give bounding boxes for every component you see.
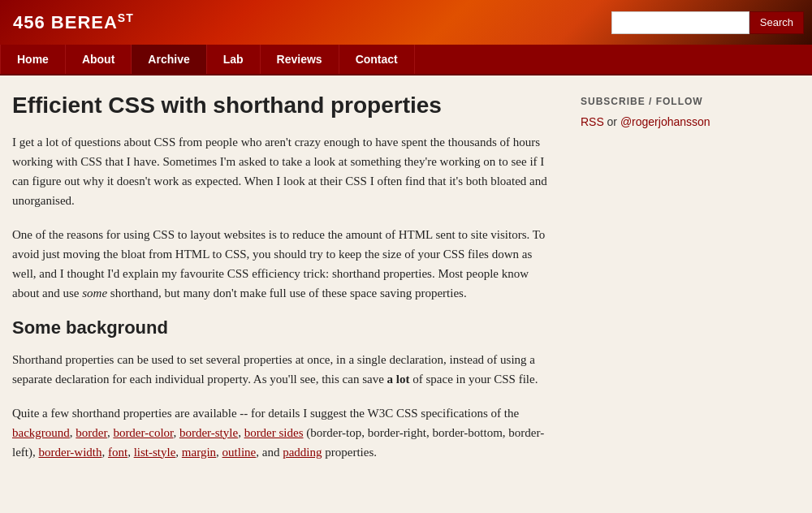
nav-item-contact[interactable]: Contact: [339, 45, 415, 74]
link-margin[interactable]: margin: [182, 446, 216, 459]
link-border-width[interactable]: border-width: [38, 446, 102, 459]
nav-item-home[interactable]: Home: [0, 45, 66, 74]
search-input[interactable]: [611, 11, 749, 34]
main-content: Efficient CSS with shorthand properties …: [12, 92, 556, 476]
nav-item-about[interactable]: About: [66, 45, 132, 74]
link-padding[interactable]: padding: [283, 446, 322, 459]
site-header: 456 BEREAST Search: [0, 0, 812, 45]
main-nav: Home About Archive Lab Reviews Contact: [0, 45, 812, 75]
sidebar: SUBSCRIBE / FOLLOW RSS or @rogerjohansso…: [581, 92, 743, 476]
site-title-text: 456 BEREA: [13, 12, 118, 32]
article-para-1: I get a lot of questions about CSS from …: [12, 132, 556, 210]
search-form: Search: [611, 11, 804, 34]
link-border-style[interactable]: border-style: [179, 426, 238, 439]
sidebar-section-title: SUBSCRIBE / FOLLOW: [581, 96, 743, 107]
section-title: Some background: [12, 317, 556, 338]
link-border-sides[interactable]: border sides: [244, 426, 304, 439]
article-title: Efficient CSS with shorthand properties: [12, 92, 556, 119]
section-para-2: Quite a few shorthand properties are ava…: [12, 403, 556, 462]
article-para-2: One of the reasons for using CSS to layo…: [12, 225, 556, 303]
site-logo[interactable]: 456 BEREAST: [13, 11, 134, 33]
nav-item-archive[interactable]: Archive: [132, 45, 206, 74]
em-some: some: [82, 287, 107, 300]
nav-item-reviews[interactable]: Reviews: [261, 45, 339, 74]
sidebar-subscribe: RSS or @rogerjohansson: [581, 115, 743, 129]
link-outline[interactable]: outline: [222, 446, 257, 459]
search-button[interactable]: Search: [749, 11, 804, 34]
site-title-superscript: ST: [118, 11, 134, 24]
link-list-style[interactable]: list-style: [134, 446, 176, 459]
page-layout: Efficient CSS with shorthand properties …: [4, 75, 808, 493]
nav-item-lab[interactable]: Lab: [207, 45, 261, 74]
twitter-link[interactable]: @rogerjohansson: [620, 115, 710, 128]
link-border[interactable]: border: [76, 426, 107, 439]
sidebar-or: or: [607, 115, 620, 128]
article-body: I get a lot of questions about CSS from …: [12, 132, 556, 462]
link-font[interactable]: font: [108, 446, 127, 459]
strong-alot: a lot: [387, 373, 410, 386]
link-background[interactable]: background: [12, 426, 70, 439]
link-border-color[interactable]: border-color: [113, 426, 173, 439]
section-para-1: Shorthand properties can be used to set …: [12, 350, 556, 389]
rss-link[interactable]: RSS: [581, 115, 604, 128]
